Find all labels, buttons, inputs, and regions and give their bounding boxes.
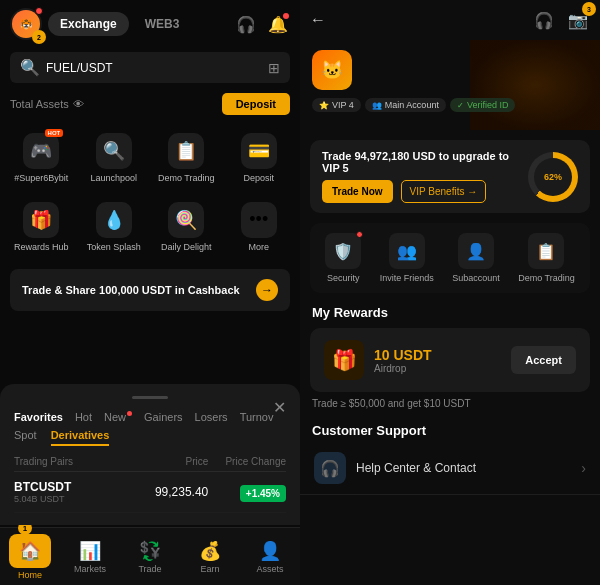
total-assets-label: Total Assets 👁 xyxy=(10,98,84,110)
grid-item-daily-delight[interactable]: 🍭 Daily Delight xyxy=(151,194,222,261)
eye-icon[interactable]: 👁 xyxy=(73,98,84,110)
bell-dot xyxy=(283,13,289,19)
progress-ring: 62% xyxy=(528,152,578,202)
support-label: Help Center & Contact xyxy=(356,461,571,475)
icon-grid: 🎮 HOT #Super6Bybit 🔍 Launchpool 📋 Demo T… xyxy=(0,121,300,265)
market-tab-group: Favorites Hot New Gainers Losers Turnov xyxy=(14,409,286,425)
profile-section: 🐱 ⭐ VIP 4 👥 Main Account ✓ Verified ID xyxy=(300,40,600,130)
qa-invite[interactable]: 👥 Invite Friends xyxy=(380,233,434,283)
right-camera-icon[interactable]: 📷 3 xyxy=(566,8,590,32)
search-input[interactable] xyxy=(46,61,262,75)
trade-icon: 💱 xyxy=(139,540,161,562)
nav-assets-label: Assets xyxy=(256,564,283,574)
account-type-badge: 👥 Main Account xyxy=(365,98,446,112)
nav-trade[interactable]: 💱 Trade xyxy=(120,534,180,580)
sub-tab-derivatives[interactable]: Derivatives xyxy=(51,429,110,446)
chevron-right-icon: › xyxy=(581,460,586,476)
support-item-help[interactable]: 🎧 Help Center & Contact › xyxy=(300,442,600,495)
qa-invite-label: Invite Friends xyxy=(380,273,434,283)
nav-assets[interactable]: 👤 Assets xyxy=(240,534,300,580)
quick-access-row: 🛡️ Security 👥 Invite Friends 👤 Subaccoun… xyxy=(310,223,590,293)
pair-name: BTCUSDT xyxy=(14,480,131,494)
markets-icon: 📊 xyxy=(79,540,101,562)
grid-label-token-splash: Token Splash xyxy=(87,242,141,253)
grid-item-super6[interactable]: 🎮 HOT #Super6Bybit xyxy=(6,125,77,192)
qa-security[interactable]: 🛡️ Security xyxy=(325,233,361,283)
drag-handle xyxy=(132,396,168,399)
grid-label-rewards: Rewards Hub xyxy=(14,242,69,253)
reward-amount: 10 USDT xyxy=(374,347,501,363)
tab-hot[interactable]: Hot xyxy=(75,409,92,425)
tab-web3[interactable]: WEB3 xyxy=(133,12,192,36)
tab-exchange[interactable]: Exchange xyxy=(48,12,129,36)
grid-item-token-splash[interactable]: 💧 Token Splash xyxy=(79,194,150,261)
tab-losers[interactable]: Losers xyxy=(195,409,228,425)
banner-arrow: → xyxy=(256,279,278,301)
support-section-title: Customer Support xyxy=(300,415,600,442)
rewards-section-title: My Rewards xyxy=(300,297,600,324)
sub-tab-spot[interactable]: Spot xyxy=(14,429,37,446)
table-row[interactable]: BTCUSDT 5.04B USDT 99,235.40 +1.45% xyxy=(14,472,286,513)
grid-item-demo[interactable]: 📋 Demo Trading xyxy=(151,125,222,192)
vip-level-badge: ⭐ VIP 4 xyxy=(312,98,361,112)
close-button[interactable]: ✕ xyxy=(273,398,286,417)
notification-dot xyxy=(35,7,43,15)
nav-markets-label: Markets xyxy=(74,564,106,574)
grid-item-more[interactable]: ••• More xyxy=(224,194,295,261)
pair-volume: 5.04B USDT xyxy=(14,494,131,504)
table-header: Trading Pairs Price Price Change xyxy=(14,452,286,472)
accept-button[interactable]: Accept xyxy=(511,346,576,374)
deposit-button[interactable]: Deposit xyxy=(222,93,290,115)
profile-avatar: 🐱 xyxy=(312,50,352,90)
right-headphone-icon[interactable]: 🎧 xyxy=(532,8,556,32)
back-button[interactable]: ← xyxy=(310,11,326,29)
badge-three: 3 xyxy=(582,2,596,16)
tab-gainers[interactable]: Gainers xyxy=(144,409,183,425)
nav-trade-label: Trade xyxy=(138,564,161,574)
price-change-badge: +1.45% xyxy=(240,485,286,502)
nav-home-label: Home xyxy=(18,570,42,580)
header-price: Price xyxy=(131,456,209,467)
grid-label-launchpool: Launchpool xyxy=(90,173,137,184)
pair-price: 99,235.40 xyxy=(131,485,209,499)
headphone-icon[interactable]: 🎧 xyxy=(234,12,258,36)
top-icon-group: 🎧 🔔 xyxy=(234,12,290,36)
qa-subaccount-label: Subaccount xyxy=(452,273,500,283)
grid-label-deposit: Deposit xyxy=(243,173,274,184)
hot-badge: HOT xyxy=(45,129,64,137)
nav-home[interactable]: 🏠 Home 1 xyxy=(0,528,60,586)
right-panel: ← 🎧 📷 3 🐱 ⭐ VIP 4 👥 Main Acco xyxy=(300,0,600,585)
header-pairs: Trading Pairs xyxy=(14,456,131,467)
search-bar[interactable]: 🔍 ⊞ xyxy=(10,52,290,83)
tab-group: Exchange WEB3 xyxy=(48,12,228,36)
qa-subaccount[interactable]: 👤 Subaccount xyxy=(452,233,500,283)
trade-upgrade-card: Trade 94,972,180 USD to upgrade to VIP 5… xyxy=(310,140,590,213)
reward-type: Airdrop xyxy=(374,363,501,374)
qa-demo[interactable]: 📋 Demo Trading xyxy=(518,233,575,283)
bell-icon[interactable]: 🔔 xyxy=(266,12,290,36)
trade-now-button[interactable]: Trade Now xyxy=(322,180,393,203)
banner-text: Trade & Share 100,000 USDT in Cashback xyxy=(22,284,248,296)
vip-badges: ⭐ VIP 4 👥 Main Account ✓ Verified ID xyxy=(312,98,515,112)
tab-favorites[interactable]: Favorites xyxy=(14,409,63,425)
security-notif xyxy=(356,231,363,238)
progress-value: 62% xyxy=(534,158,572,196)
qr-icon[interactable]: ⊞ xyxy=(268,60,280,76)
badge-two: 2 xyxy=(32,30,46,44)
tab-turnover[interactable]: Turnov xyxy=(240,409,274,425)
right-top-icons: 🎧 📷 3 xyxy=(532,8,590,32)
cashback-banner[interactable]: Trade & Share 100,000 USDT in Cashback → xyxy=(10,269,290,311)
nav-markets[interactable]: 📊 Markets xyxy=(60,534,120,580)
vip-benefits-button[interactable]: VIP Benefits → xyxy=(401,180,487,203)
grid-item-rewards[interactable]: 🎁 Rewards Hub xyxy=(6,194,77,261)
nav-earn[interactable]: 💰 Earn xyxy=(180,534,240,580)
support-icon: 🎧 xyxy=(314,452,346,484)
home-icon: 🏠 xyxy=(19,541,41,561)
grid-label-daily-delight: Daily Delight xyxy=(161,242,212,253)
avatar[interactable]: 🐯 2 xyxy=(10,8,42,40)
tab-new[interactable]: New xyxy=(104,409,132,425)
grid-item-deposit[interactable]: 💳 Deposit xyxy=(224,125,295,192)
search-icon: 🔍 xyxy=(20,58,40,77)
total-assets-row: Total Assets 👁 Deposit xyxy=(0,87,300,121)
grid-item-launchpool[interactable]: 🔍 Launchpool xyxy=(79,125,150,192)
